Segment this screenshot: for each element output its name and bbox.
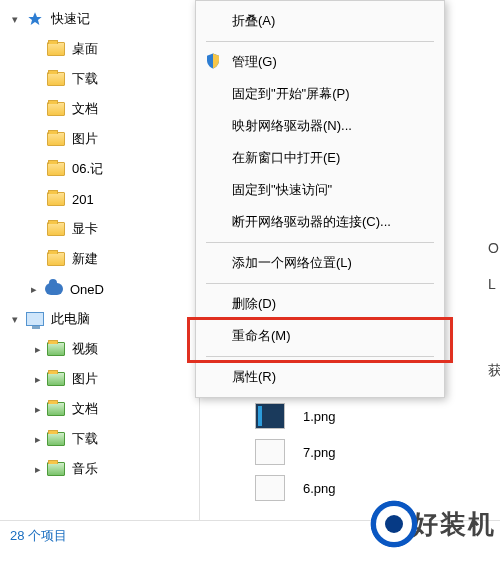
menu-item-label: 属性(R) <box>232 368 276 386</box>
chevron-down-icon: ▾ <box>5 13 25 26</box>
watermark-logo-icon <box>366 496 422 552</box>
chevron-right-icon: ▸ <box>30 403 46 416</box>
sidebar-item-label: 图片 <box>72 370 98 388</box>
sidebar-item-label: 下载 <box>72 70 98 88</box>
menu-item-pin-quick-access[interactable]: 固定到"快速访问" <box>198 174 442 206</box>
file-thumbnail-icon <box>255 403 285 429</box>
sidebar-item-label: 图片 <box>72 130 98 148</box>
menu-separator <box>206 356 434 357</box>
menu-item-rename[interactable]: 重命名(M) <box>198 320 442 352</box>
folder-icon <box>46 429 66 449</box>
sidebar-item-label: 音乐 <box>72 460 98 478</box>
star-icon <box>25 9 45 29</box>
menu-separator <box>206 242 434 243</box>
sidebar-item-folder[interactable]: ▸ 201 <box>0 184 199 214</box>
folder-icon <box>46 219 66 239</box>
file-name: 6.png <box>303 481 336 496</box>
sidebar-item-folder[interactable]: ▸ 06.记 <box>0 154 199 184</box>
chevron-right-icon: ▸ <box>30 343 46 356</box>
chevron-right-icon: ▸ <box>30 433 46 446</box>
menu-item-label: 折叠(A) <box>232 12 275 30</box>
folder-icon <box>46 189 66 209</box>
menu-item-label: 管理(G) <box>232 53 277 71</box>
menu-item-collapse[interactable]: 折叠(A) <box>198 5 442 37</box>
chevron-down-icon: ▾ <box>5 313 25 326</box>
menu-item-label: 断开网络驱动器的连接(C)... <box>232 213 391 231</box>
menu-item-map-drive[interactable]: 映射网络驱动器(N)... <box>198 110 442 142</box>
folder-icon <box>46 99 66 119</box>
file-item[interactable]: 7.png <box>255 434 500 470</box>
file-thumbnail-icon <box>255 475 285 501</box>
menu-item-label: 固定到"快速访问" <box>232 181 332 199</box>
watermark-text: 好装机 <box>412 507 496 542</box>
sidebar-item-videos[interactable]: ▸ 视频 <box>0 334 199 364</box>
cloud-icon <box>44 279 64 299</box>
sidebar-item-documents[interactable]: ▸ 文档 <box>0 94 199 124</box>
folder-icon <box>46 129 66 149</box>
menu-item-label: 在新窗口中打开(E) <box>232 149 340 167</box>
sidebar-item-downloads[interactable]: ▸ 下载 <box>0 64 199 94</box>
folder-icon <box>46 159 66 179</box>
watermark: 好装机 <box>366 496 496 552</box>
sidebar-item-label: 下载 <box>72 430 98 448</box>
sidebar-item-desktop[interactable]: ▸ 桌面 <box>0 34 199 64</box>
menu-item-disconnect-drive[interactable]: 断开网络驱动器的连接(C)... <box>198 206 442 238</box>
sidebar-item-label: 06.记 <box>72 160 103 178</box>
menu-separator <box>206 283 434 284</box>
item-count: 28 个项目 <box>10 528 67 543</box>
this-pc-label: 此电脑 <box>51 310 90 328</box>
menu-item-label: 删除(D) <box>232 295 276 313</box>
onedrive-node[interactable]: ▸ OneD <box>0 274 199 304</box>
menu-item-open-new-window[interactable]: 在新窗口中打开(E) <box>198 142 442 174</box>
menu-item-label: 映射网络驱动器(N)... <box>232 117 352 135</box>
sidebar-item-downloads[interactable]: ▸ 下载 <box>0 424 199 454</box>
sidebar-item-label: 桌面 <box>72 40 98 58</box>
sidebar-item-documents[interactable]: ▸ 文档 <box>0 394 199 424</box>
menu-item-label: 重命名(M) <box>232 327 291 345</box>
pc-icon <box>25 309 45 329</box>
sidebar-item-label: 201 <box>72 192 94 207</box>
sidebar-item-pictures[interactable]: ▸ 图片 <box>0 364 199 394</box>
file-item[interactable]: 1.png <box>255 398 500 434</box>
sidebar-item-folder[interactable]: ▸ 显卡 <box>0 214 199 244</box>
cropped-right-text: O L 获 <box>488 230 500 388</box>
sidebar-item-label: 文档 <box>72 400 98 418</box>
quick-access-node[interactable]: ▾ 快速记 <box>0 4 199 34</box>
sidebar-item-label: 新建 <box>72 250 98 268</box>
sidebar-item-label: 显卡 <box>72 220 98 238</box>
folder-icon <box>46 339 66 359</box>
menu-item-manage[interactable]: 管理(G) <box>198 46 442 78</box>
sidebar-item-music[interactable]: ▸ 音乐 <box>0 454 199 484</box>
folder-icon <box>46 369 66 389</box>
menu-item-label: 固定到"开始"屏幕(P) <box>232 85 350 103</box>
folder-icon <box>46 249 66 269</box>
file-thumbnail-icon <box>255 439 285 465</box>
chevron-right-icon: ▸ <box>30 373 46 386</box>
shield-icon <box>204 52 224 72</box>
context-menu: 折叠(A) 管理(G) 固定到"开始"屏幕(P) 映射网络驱动器(N)... 在… <box>195 0 445 398</box>
chevron-right-icon: ▸ <box>24 283 44 296</box>
sidebar-item-label: 文档 <box>72 100 98 118</box>
recent-files-list: 1.png 7.png 6.png <box>255 398 500 506</box>
menu-item-delete[interactable]: 删除(D) <box>198 288 442 320</box>
folder-icon <box>46 459 66 479</box>
onedrive-label: OneD <box>70 282 104 297</box>
menu-item-pin-start[interactable]: 固定到"开始"屏幕(P) <box>198 78 442 110</box>
menu-item-add-network-location[interactable]: 添加一个网络位置(L) <box>198 247 442 279</box>
folder-icon <box>46 69 66 89</box>
file-name: 1.png <box>303 409 336 424</box>
quick-access-label: 快速记 <box>51 10 90 28</box>
sidebar-item-pictures[interactable]: ▸ 图片 <box>0 124 199 154</box>
sidebar-item-folder[interactable]: ▸ 新建 <box>0 244 199 274</box>
menu-separator <box>206 41 434 42</box>
folder-icon <box>46 399 66 419</box>
chevron-right-icon: ▸ <box>30 463 46 476</box>
menu-item-properties[interactable]: 属性(R) <box>198 361 442 393</box>
sidebar-item-label: 视频 <box>72 340 98 358</box>
folder-icon <box>46 39 66 59</box>
svg-marker-0 <box>28 12 41 25</box>
menu-item-label: 添加一个网络位置(L) <box>232 254 352 272</box>
this-pc-node[interactable]: ▾ 此电脑 <box>0 304 199 334</box>
file-name: 7.png <box>303 445 336 460</box>
nav-sidebar: ▾ 快速记 ▸ 桌面 ▸ 下载 ▸ 文档 ▸ 图片 ▸ 06.记 ▸ 201 ▸… <box>0 0 200 520</box>
